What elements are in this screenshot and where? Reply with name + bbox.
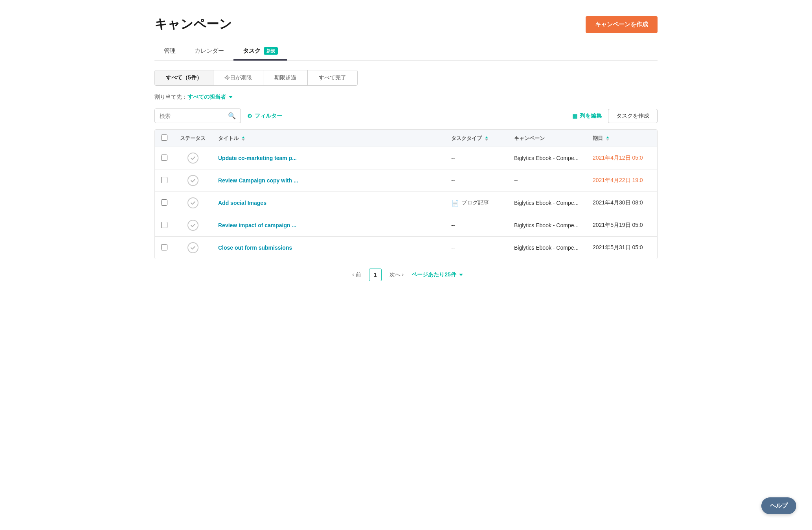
sort-down-icon xyxy=(606,139,609,141)
header-tasktype[interactable]: タスクタイプ xyxy=(445,130,508,147)
row-status-cell xyxy=(174,147,212,169)
sort-down-icon xyxy=(485,139,488,141)
table-row: Close out form submissions -- Biglytics … xyxy=(155,237,657,259)
date-value: 2021年4月12日 05:0 xyxy=(593,155,643,161)
row-tasktype-cell: -- xyxy=(445,237,508,259)
row-campaign-cell: -- xyxy=(508,169,586,192)
date-value: 2021年4月30日 08:0 xyxy=(593,199,643,206)
toolbar-left: 🔍 ⚙ フィルター xyxy=(154,109,282,123)
search-box: 🔍 xyxy=(154,109,241,123)
create-task-button[interactable]: タスクを作成 xyxy=(608,109,658,123)
prev-button[interactable]: ‹ 前 xyxy=(349,270,364,280)
chevron-right-icon: › xyxy=(402,271,404,278)
pagination: ‹ 前 1 次へ › ページあたり25件 xyxy=(154,269,658,281)
date-sort-icon xyxy=(606,136,609,141)
page-title: キャンペーン xyxy=(154,16,232,33)
row-checkbox-cell xyxy=(155,237,174,259)
sort-up-icon xyxy=(485,136,488,138)
task-title-link[interactable]: Review Campaign copy with ... xyxy=(218,177,298,184)
row-campaign-cell: Biglytics Ebook - Compe... xyxy=(508,214,586,237)
row-tasktype-cell: -- xyxy=(445,169,508,192)
assignee-dropdown[interactable]: すべての担当者 xyxy=(187,94,233,101)
campaign-value: Biglytics Ebook - Compe... xyxy=(514,155,579,161)
blog-icon: 📄 xyxy=(451,199,459,207)
row-status-cell xyxy=(174,214,212,237)
current-page[interactable]: 1 xyxy=(369,269,382,281)
columns-icon: ▦ xyxy=(572,113,577,119)
status-circle[interactable] xyxy=(187,242,198,253)
table-row: Update co-marketing team p... -- Biglyti… xyxy=(155,147,657,169)
toolbar-right: ▦ 列を編集 タスクを作成 xyxy=(572,109,658,123)
main-tabs: 管理 カレンダー タスク 新規 xyxy=(154,42,658,61)
per-page-button[interactable]: ページあたり25件 xyxy=(412,271,463,278)
header-row: キャンペーン キャンペーンを作成 xyxy=(154,16,658,33)
tab-kanri[interactable]: 管理 xyxy=(154,42,185,61)
row-checkbox-2[interactable] xyxy=(161,177,167,183)
row-checkbox-cell xyxy=(155,214,174,237)
header-date[interactable]: 期日 xyxy=(586,130,657,147)
assignee-label: すべての担当者 xyxy=(187,94,226,101)
subtab-overdue[interactable]: 期限超過 xyxy=(263,70,308,85)
search-icon[interactable]: 🔍 xyxy=(228,112,236,120)
task-title-link[interactable]: Review impact of campaign ... xyxy=(218,222,296,228)
task-type-label: -- xyxy=(451,245,455,251)
subtabs: すべて（5件） 今日が期限 期限超過 すべて完了 xyxy=(154,70,358,86)
row-checkbox-cell xyxy=(155,147,174,169)
row-title-cell: Update co-marketing team p... xyxy=(212,147,445,169)
row-checkbox-5[interactable] xyxy=(161,244,167,250)
table-header-row: ステータス タイトル タスクタイプ xyxy=(155,130,657,147)
task-title-link[interactable]: Update co-marketing team p... xyxy=(218,155,297,161)
columns-button[interactable]: ▦ 列を編集 xyxy=(572,112,602,120)
status-circle[interactable] xyxy=(187,197,198,208)
subtab-today[interactable]: 今日が期限 xyxy=(213,70,263,85)
date-value: 2021年5月19日 05:0 xyxy=(593,222,643,228)
header-status: ステータス xyxy=(174,130,212,147)
task-type-label: ブログ記事 xyxy=(461,199,489,206)
campaign-value: -- xyxy=(514,177,518,184)
search-input[interactable] xyxy=(160,113,225,119)
task-type-label: -- xyxy=(451,177,455,184)
row-date-cell: 2021年5月19日 05:0 xyxy=(586,214,657,237)
status-circle[interactable] xyxy=(187,153,198,164)
chevron-down-icon xyxy=(229,96,233,98)
filter-button[interactable]: ⚙ フィルター xyxy=(247,112,282,120)
status-circle[interactable] xyxy=(187,175,198,186)
check-icon xyxy=(190,155,196,161)
date-value: 2021年5月31日 05:0 xyxy=(593,244,643,250)
tab-tasks[interactable]: タスク 新規 xyxy=(233,42,287,61)
row-checkbox-4[interactable] xyxy=(161,222,167,228)
header-checkbox xyxy=(155,130,174,147)
tab-calendar[interactable]: カレンダー xyxy=(185,42,233,61)
chevron-down-icon xyxy=(459,274,463,276)
create-campaign-button[interactable]: キャンペーンを作成 xyxy=(586,16,658,33)
row-status-cell xyxy=(174,237,212,259)
status-circle[interactable] xyxy=(187,220,198,231)
header-campaign: キャンペーン xyxy=(508,130,586,147)
task-title-link[interactable]: Close out form submissions xyxy=(218,245,292,251)
row-title-cell: Review Campaign copy with ... xyxy=(212,169,445,192)
row-title-cell: Add social Images xyxy=(212,192,445,214)
row-date-cell: 2021年4月22日 19:0 xyxy=(586,169,657,192)
row-campaign-cell: Biglytics Ebook - Compe... xyxy=(508,192,586,214)
task-title-link[interactable]: Add social Images xyxy=(218,200,266,206)
table-row: Review impact of campaign ... -- Biglyti… xyxy=(155,214,657,237)
subtab-all[interactable]: すべて（5件） xyxy=(155,70,213,85)
table-row: Add social Images 📄 ブログ記事 Biglytics Eboo… xyxy=(155,192,657,214)
campaign-value: Biglytics Ebook - Compe... xyxy=(514,222,579,228)
row-title-cell: Close out form submissions xyxy=(212,237,445,259)
filter-icon: ⚙ xyxy=(247,113,252,119)
tasktype-sort-icon xyxy=(485,136,488,141)
task-type-label: -- xyxy=(451,222,455,228)
select-all-checkbox[interactable] xyxy=(161,134,167,141)
row-tasktype-cell: -- xyxy=(445,147,508,169)
row-checkbox-1[interactable] xyxy=(161,155,167,161)
check-icon xyxy=(190,178,196,183)
header-title[interactable]: タイトル xyxy=(212,130,445,147)
task-type-label: -- xyxy=(451,155,455,161)
row-checkbox-3[interactable] xyxy=(161,199,167,206)
row-date-cell: 2021年4月30日 08:0 xyxy=(586,192,657,214)
subtab-completed[interactable]: すべて完了 xyxy=(308,70,357,85)
row-title-cell: Review impact of campaign ... xyxy=(212,214,445,237)
next-button[interactable]: 次へ › xyxy=(386,270,407,280)
row-checkbox-cell xyxy=(155,192,174,214)
